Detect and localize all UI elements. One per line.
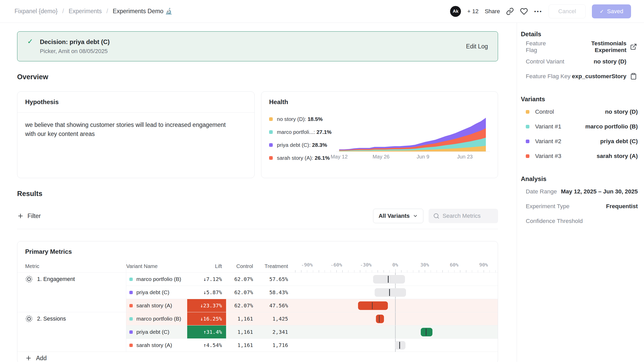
axis-tick-label: -60% bbox=[331, 262, 342, 267]
lift-cell: ↓7.12% bbox=[187, 272, 226, 286]
heart-icon[interactable] bbox=[520, 8, 528, 15]
variant-name: priya debt (C) bbox=[136, 289, 169, 295]
axis-tick-mark bbox=[348, 270, 349, 272]
share-button[interactable]: Share bbox=[485, 8, 500, 15]
primary-metrics-title: Primary Metrics bbox=[17, 241, 498, 260]
treatment-value: 57.65% bbox=[257, 272, 292, 286]
treatment-value: 47.56% bbox=[257, 299, 292, 312]
clipboard-icon[interactable] bbox=[630, 73, 638, 80]
variant-cell: sarah story (A) bbox=[126, 299, 187, 312]
x-tick-label: Jun 9 bbox=[417, 154, 429, 160]
variant-name: marco portfolio (B) bbox=[136, 316, 181, 322]
axis-tick-mark bbox=[425, 270, 425, 272]
variant-filter-dropdown[interactable]: All Variants bbox=[373, 209, 423, 223]
lift-axis: -90%-60%-30%0%30%60%90% bbox=[292, 260, 498, 272]
metric-name: 2. Sessions bbox=[37, 316, 66, 322]
axis-tick-mark bbox=[448, 270, 449, 272]
variant-row: Variant #3sarah story (A) bbox=[521, 149, 638, 163]
details-heading: Details bbox=[521, 31, 638, 38]
legend-value: 27.1% bbox=[317, 129, 332, 135]
analysis-label: Date Range bbox=[526, 188, 557, 195]
confidence-interval-bar bbox=[373, 275, 405, 284]
details-rows: Feature FlagTestimonials ExperimentContr… bbox=[521, 39, 638, 84]
breadcrumb-item[interactable]: Experiments bbox=[69, 8, 102, 15]
results-heading: Results bbox=[17, 190, 498, 198]
chart-x-labels: May 12May 26Jun 9Jun 23 bbox=[336, 154, 490, 161]
variants-heading: Variants bbox=[521, 96, 638, 103]
variant-color-swatch bbox=[269, 143, 273, 147]
health-chart: May 12May 26Jun 9Jun 23 bbox=[336, 116, 490, 161]
analysis-rows: Date RangeMay 12, 2025 – Jun 30, 2025Exp… bbox=[521, 184, 638, 228]
external-link-icon[interactable] bbox=[630, 43, 638, 50]
metric-target-icon bbox=[25, 315, 33, 323]
confidence-interval-cell bbox=[292, 286, 498, 299]
variant-color-swatch bbox=[526, 154, 529, 158]
legend-item: marco portfoli...: 27.1% bbox=[269, 129, 334, 135]
variant-value: no story (D) bbox=[605, 108, 638, 115]
axis-tick-mark bbox=[495, 270, 496, 272]
lift-value-badge: ↓23.37% bbox=[187, 299, 226, 312]
edit-log-button[interactable]: Edit Log bbox=[466, 43, 488, 50]
variant-name: sarah story (A) bbox=[136, 302, 172, 309]
table-row: priya debt (C)↓5.87%62.07%58.43% bbox=[17, 286, 498, 299]
confidence-interval-cell bbox=[292, 312, 498, 325]
collaborators-count[interactable]: + 12 bbox=[467, 8, 478, 15]
axis-tick-mark bbox=[442, 270, 443, 272]
variant-color-swatch bbox=[129, 317, 133, 321]
add-metric-button[interactable]: Add bbox=[25, 355, 47, 362]
lift-value: ↓5.87% bbox=[203, 289, 226, 295]
legend-item: no story (D): 18.5% bbox=[269, 116, 334, 122]
add-filter-button[interactable]: Filter bbox=[17, 213, 41, 220]
control-value: 1,161 bbox=[226, 325, 257, 338]
metric-cell: 2. Sessions bbox=[17, 312, 126, 325]
top-bar: Fixpanel {demo}/Experiments/Experiments … bbox=[0, 0, 644, 23]
search-metrics-input[interactable] bbox=[443, 213, 493, 219]
variant-color-swatch bbox=[526, 110, 529, 114]
axis-tick-mark bbox=[342, 270, 343, 272]
search-icon bbox=[433, 213, 439, 219]
axis-tick-mark bbox=[460, 270, 460, 272]
axis-tick-label: 30% bbox=[420, 262, 429, 267]
treatment-value: 1,716 bbox=[257, 338, 292, 352]
variant-cell: priya debt (C) bbox=[126, 286, 187, 299]
breadcrumb-item[interactable]: Experiments Demo 🔬 bbox=[113, 8, 173, 15]
variant-name: priya debt (C) bbox=[136, 329, 169, 335]
control-value: 62.07% bbox=[226, 272, 257, 286]
variant-slot-label: Variant #2 bbox=[535, 138, 561, 145]
point-estimate-tick bbox=[399, 342, 400, 349]
link-icon[interactable] bbox=[506, 8, 514, 15]
cancel-button[interactable]: Cancel bbox=[549, 4, 585, 18]
avatar[interactable]: Ak bbox=[450, 6, 461, 17]
legend-label: no story (D): 18.5% bbox=[277, 116, 323, 122]
variant-color-swatch bbox=[526, 125, 529, 128]
more-options-button[interactable]: ••• bbox=[534, 9, 542, 14]
hypothesis-body: we believe that showing customer stories… bbox=[17, 113, 246, 146]
point-estimate-tick bbox=[388, 276, 389, 283]
analysis-row: Date RangeMay 12, 2025 – Jun 30, 2025 bbox=[521, 184, 638, 199]
table-row: sarah story (A)↑4.54%1,1611,716 bbox=[17, 338, 498, 352]
variant-color-swatch bbox=[269, 117, 273, 121]
metric-target-icon bbox=[25, 275, 33, 283]
axis-tick-mark bbox=[331, 270, 331, 272]
lift-value: ↑4.54% bbox=[203, 342, 226, 348]
breadcrumb-item[interactable]: Fixpanel {demo} bbox=[15, 8, 58, 15]
decision-title: Decision: priya debt (C) bbox=[40, 38, 110, 46]
confidence-interval-bar bbox=[421, 328, 432, 336]
saved-button[interactable]: ✓ Saved bbox=[592, 4, 631, 18]
confidence-interval-cell bbox=[292, 325, 498, 338]
check-icon: ✓ bbox=[600, 8, 604, 15]
table-row: sarah story (A)↓23.37%62.07%47.56% bbox=[17, 299, 498, 312]
axis-tick-mark bbox=[484, 270, 484, 272]
analysis-heading: Analysis bbox=[521, 175, 638, 183]
axis-tick-mark bbox=[354, 270, 355, 272]
add-label: Add bbox=[36, 355, 47, 362]
confidence-interval-bar bbox=[375, 288, 406, 297]
control-value: 62.07% bbox=[226, 286, 257, 299]
filter-label: Filter bbox=[27, 213, 41, 220]
detail-row: Feature FlagTestimonials Experiment bbox=[521, 39, 638, 54]
axis-tick-mark bbox=[478, 270, 478, 272]
topbar-actions: Ak + 12 Share ••• Cancel ✓ Saved bbox=[450, 4, 631, 18]
overview-heading: Overview bbox=[17, 73, 498, 81]
axis-tick-label: -30% bbox=[360, 262, 372, 267]
lift-value: ↓7.12% bbox=[203, 276, 226, 282]
